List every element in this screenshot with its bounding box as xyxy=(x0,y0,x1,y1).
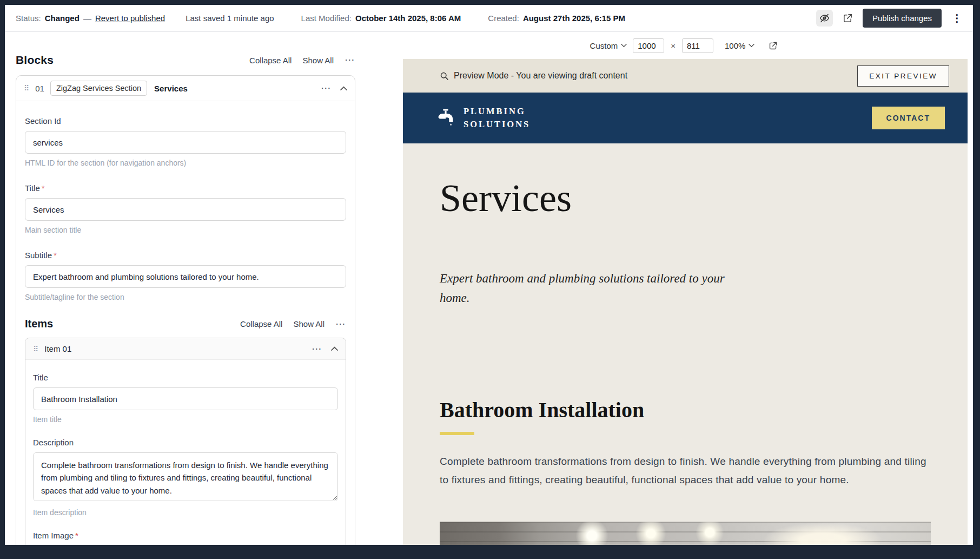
accent-underline xyxy=(440,432,474,435)
zoom-value: 100% xyxy=(725,41,745,50)
items-heading: Items xyxy=(25,318,53,330)
field-item-title: Title Item title xyxy=(33,373,338,424)
faucet-icon xyxy=(435,108,456,128)
service-item-title: Bathroom Installation xyxy=(440,397,931,423)
site-content: Services Expert bathroom and plumbing so… xyxy=(403,143,968,545)
topbar-actions: Publish changes ⋮ xyxy=(816,9,965,28)
drag-handle-icon[interactable]: ⠿ xyxy=(33,345,38,353)
document-status: Status: Changed — Revert to published xyxy=(16,14,165,23)
field-item-description: Description Item description xyxy=(33,438,338,517)
created: Created: August 27th 2025, 6:15 PM xyxy=(488,14,625,23)
topbar: Status: Changed — Revert to published La… xyxy=(5,5,973,32)
subtitle-help: Subtitle/tagline for the section xyxy=(25,293,346,301)
preview-size-preset-dropdown[interactable]: Custom xyxy=(590,41,627,50)
item-card-01: ⠿ Item 01 ⋯ Titl xyxy=(25,338,346,545)
field-item-image: Item Image* xyxy=(33,531,338,540)
block-body: Section Id HTML ID for the section (for … xyxy=(16,101,355,545)
chevron-up-icon xyxy=(331,346,338,351)
title-input[interactable] xyxy=(25,198,346,221)
section-id-help: HTML ID for the section (for navigation … xyxy=(25,159,346,167)
item-description-label: Description xyxy=(33,438,338,447)
open-preview-window-button[interactable] xyxy=(766,38,780,53)
field-title: Title* Main section title xyxy=(25,183,346,234)
block-type-chip: ZigZag Services Section xyxy=(50,81,147,96)
dimension-separator: × xyxy=(671,41,676,50)
created-value: August 27th 2025, 6:15 PM xyxy=(523,14,625,23)
item-collapse-button[interactable] xyxy=(331,346,338,351)
open-preview-new-tab-button[interactable] xyxy=(840,10,856,26)
block-collapse-button[interactable] xyxy=(340,86,347,91)
more-options-button[interactable]: ⋮ xyxy=(949,10,965,27)
chevron-up-icon xyxy=(340,86,347,91)
chevron-down-icon xyxy=(749,43,754,48)
item-description-textarea[interactable] xyxy=(33,452,338,501)
title-label-text: Title xyxy=(25,183,40,193)
preview-zoom-dropdown[interactable]: 100% xyxy=(725,41,754,50)
block-more-icon[interactable]: ⋯ xyxy=(321,86,332,91)
title-label: Title* xyxy=(25,183,346,193)
bathroom-photo xyxy=(440,522,931,545)
item-header[interactable]: ⠿ Item 01 ⋯ xyxy=(25,338,346,360)
block-card-services: ⠿ 01 ZigZag Services Section Services ⋯ … xyxy=(16,75,355,545)
last-modified-value: October 14th 2025, 8:06 AM xyxy=(355,14,461,23)
section-id-label: Section Id xyxy=(25,116,346,126)
required-mark: * xyxy=(75,531,78,540)
field-subtitle: Subtitle* Subtitle/tagline for the secti… xyxy=(25,251,346,301)
preset-value: Custom xyxy=(590,41,618,50)
publish-changes-button[interactable]: Publish changes xyxy=(863,9,942,28)
contact-button[interactable]: CONTACT xyxy=(872,107,945,129)
exit-preview-button[interactable]: EXIT PREVIEW xyxy=(857,65,949,87)
external-link-icon xyxy=(769,41,778,50)
items-show-all-button[interactable]: Show All xyxy=(293,319,325,328)
site-page-subtitle: Expert bathroom and plumbing solutions t… xyxy=(440,269,743,307)
title-help: Main section title xyxy=(25,226,346,234)
item-body: Title Item title Description Item descri… xyxy=(25,360,346,545)
section-id-input[interactable] xyxy=(25,131,346,154)
field-section-id: Section Id HTML ID for the section (for … xyxy=(25,116,346,167)
status-value: Changed xyxy=(45,14,80,23)
item-more-icon[interactable]: ⋯ xyxy=(312,346,322,352)
brand-line-1: PLUMBING xyxy=(463,105,530,118)
drag-handle-icon[interactable]: ⠿ xyxy=(24,84,29,92)
toggle-preview-visibility-button[interactable] xyxy=(816,10,833,27)
external-link-icon xyxy=(843,13,853,23)
preview-width-input[interactable] xyxy=(633,38,664,53)
status-separator: — xyxy=(83,14,91,23)
last-modified: Last Modified: October 14th 2025, 8:06 A… xyxy=(301,14,461,23)
collapse-all-button[interactable]: Collapse All xyxy=(249,56,292,65)
blocks-header: Blocks Collapse All Show All ⋯ xyxy=(16,54,355,67)
banner-text: Preview Mode - You are viewing draft con… xyxy=(454,71,627,81)
chevron-down-icon xyxy=(621,43,627,48)
brand-line-2: SOLUTIONS xyxy=(463,118,530,131)
show-all-button[interactable]: Show All xyxy=(302,56,334,65)
items-header-actions: Collapse All Show All ⋯ xyxy=(240,319,346,328)
preview-mode-banner: Preview Mode - You are viewing draft con… xyxy=(403,59,968,93)
items-more-icon[interactable]: ⋯ xyxy=(335,321,346,327)
site-brand[interactable]: PLUMBING SOLUTIONS xyxy=(435,105,530,131)
service-item-description: Complete bathroom transformations from d… xyxy=(440,452,931,489)
magnifier-icon xyxy=(440,71,449,81)
subtitle-label-text: Subtitle xyxy=(25,251,52,260)
blocks-editor-panel: Blocks Collapse All Show All ⋯ ⠿ 01 ZigZ… xyxy=(5,32,398,545)
preview-iframe: Preview Mode - You are viewing draft con… xyxy=(403,59,968,545)
last-saved-text: Last saved 1 minute ago xyxy=(186,14,274,23)
item-image-label-text: Item Image xyxy=(33,531,74,540)
item-description-help: Item description xyxy=(33,508,338,517)
status-label: Status: xyxy=(16,14,41,23)
revert-to-published-link[interactable]: Revert to published xyxy=(95,14,165,23)
preview-height-input[interactable] xyxy=(682,38,713,53)
item-title-help: Item title xyxy=(33,415,338,424)
items-collapse-all-button[interactable]: Collapse All xyxy=(240,319,282,328)
preview-toolbar: Custom × 100% xyxy=(403,38,968,52)
site-header: PLUMBING SOLUTIONS CONTACT xyxy=(403,93,968,143)
main-area: Blocks Collapse All Show All ⋯ ⠿ 01 ZigZ… xyxy=(5,32,973,545)
block-header[interactable]: ⠿ 01 ZigZag Services Section Services ⋯ xyxy=(16,76,355,101)
blocks-more-icon[interactable]: ⋯ xyxy=(345,57,355,63)
eye-off-icon xyxy=(819,12,830,24)
subtitle-label: Subtitle* xyxy=(25,251,346,260)
last-modified-label: Last Modified: xyxy=(301,14,352,23)
created-label: Created: xyxy=(488,14,519,23)
subtitle-input[interactable] xyxy=(25,265,346,288)
item-title-input[interactable] xyxy=(33,387,338,410)
blocks-header-actions: Collapse All Show All ⋯ xyxy=(249,56,355,65)
